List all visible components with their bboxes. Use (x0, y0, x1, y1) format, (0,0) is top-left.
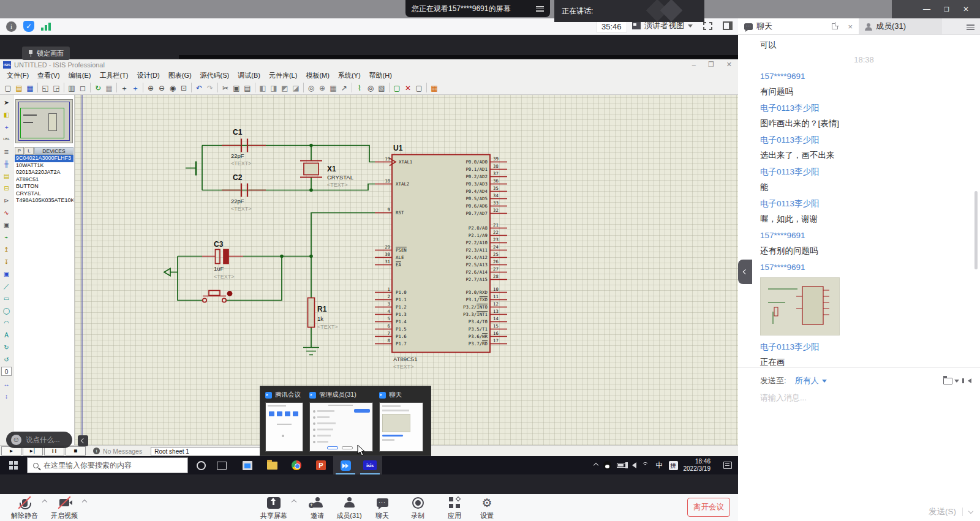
preview-thumbnail[interactable] (265, 402, 303, 452)
toolbar-pick-device-icon[interactable]: ◎ (306, 83, 317, 93)
taskbar-app-meeting[interactable] (333, 456, 358, 474)
isis-minimize-icon[interactable]: – (692, 61, 696, 69)
toolbar-new-file-icon[interactable]: ▢ (2, 83, 13, 93)
sound-icon[interactable] (968, 378, 971, 383)
footer-record-button[interactable]: 录制 (398, 495, 437, 520)
device-item[interactable]: AT89C51 (15, 176, 74, 184)
toolbar-packaging-icon[interactable]: ▦ (328, 83, 339, 93)
isis-close-icon[interactable]: ✕ (726, 61, 732, 69)
footer-cam-button[interactable]: 开启视频 (45, 495, 84, 520)
mode-device-pin-icon[interactable]: ⊳ (1, 195, 12, 204)
mode-text-script-icon[interactable]: ≣ (1, 146, 12, 156)
footer-chat-button[interactable]: ···聊天 (363, 495, 402, 520)
tab-members[interactable]: 成员(31) (859, 18, 942, 34)
mode-rotate-angle-icon[interactable]: 0 (1, 367, 12, 376)
toolbar-undo-icon[interactable]: ↶ (194, 83, 205, 93)
toolbar-block-rotate-icon[interactable]: ◩ (279, 83, 290, 93)
tab-chat[interactable]: ··· 聊天 × (738, 18, 859, 34)
mode-2d-circle-icon[interactable]: ◯ (1, 305, 12, 315)
toolbar-zoom-area-icon[interactable]: ⊡ (178, 83, 189, 93)
toolbar-property-tool-icon[interactable]: ▧ (376, 83, 387, 93)
toolbar-refresh-icon[interactable]: ↻ (92, 83, 104, 93)
toolbar-cursor-icon[interactable]: ＋ (130, 83, 141, 93)
toolbar-block-delete-icon[interactable]: ◪ (290, 83, 301, 93)
library-button[interactable]: L (24, 147, 34, 155)
mode-instrument-icon[interactable]: ▣ (1, 269, 12, 278)
taskbar-app-powerpoint[interactable]: P (309, 456, 333, 474)
toolbar-open-icon[interactable]: ▤ (13, 83, 24, 93)
menu-3[interactable]: 工具栏(T) (95, 71, 132, 80)
task-view-icon[interactable] (217, 462, 227, 470)
toolbar-import-icon[interactable]: ◱ (40, 83, 51, 93)
send-button[interactable]: 发送(S) (929, 506, 956, 517)
overview-minimap[interactable] (15, 99, 73, 143)
toolbar-netlist-ares-icon[interactable]: ▦ (429, 83, 440, 93)
qq-icon[interactable] (603, 461, 611, 470)
mode-rotate-ccw-icon[interactable]: ↺ (1, 354, 12, 364)
device-item[interactable]: 02013A220JAT2A (15, 169, 74, 176)
footer-share-button[interactable]: 共享屏幕 (254, 495, 293, 520)
chat-message-list[interactable]: 可以18:38157****9691有问题吗电子0113李少阳图咋画出来的？[表… (738, 35, 980, 367)
toolbar-zoom-in-icon[interactable]: ⊕ (145, 83, 156, 93)
menu-11[interactable]: 帮助(H) (365, 71, 396, 80)
device-item[interactable]: 10WATT1K (15, 162, 74, 170)
preview-window[interactable]: 管理成员(31) (309, 390, 373, 452)
mode-junction-icon[interactable]: ＋ (1, 122, 12, 131)
toolbar-goto-sheet-icon[interactable]: ▢ (413, 83, 424, 93)
mode-mirror-y-icon[interactable]: ↕ (1, 391, 12, 400)
menu-10[interactable]: 系统(Y) (334, 71, 365, 80)
menu-4[interactable]: 设计(D) (132, 71, 164, 80)
quick-chat-collapse[interactable] (78, 435, 88, 446)
mode-2d-box-icon[interactable]: ▭ (1, 293, 12, 302)
toolbar-remove-sheet-icon[interactable]: ✕ (402, 83, 413, 93)
toolbar-make-device-icon[interactable]: ⊕ (317, 83, 328, 93)
minimize-icon[interactable]: — (923, 5, 930, 13)
info-icon[interactable]: i (6, 21, 17, 32)
device-item[interactable]: BUTTON (15, 183, 74, 190)
sim-stop-button[interactable]: ■ (66, 446, 86, 455)
mode-2d-line-icon[interactable]: ／ (1, 281, 12, 290)
close-icon[interactable]: ✕ (963, 5, 969, 13)
taskbar-app-chrome[interactable] (284, 456, 309, 474)
fullscreen-icon[interactable] (703, 22, 712, 30)
mode-mirror-x-icon[interactable]: ↔ (1, 379, 12, 388)
panel-collapse-handle[interactable] (738, 260, 752, 284)
mode-2d-arc-icon[interactable]: ◠ (1, 318, 12, 327)
cortana-icon[interactable] (197, 461, 206, 470)
tray-expand-icon[interactable] (593, 463, 598, 468)
action-center-icon[interactable] (723, 462, 732, 469)
leave-meeting-button[interactable]: 离开会议 (687, 498, 730, 517)
menu-9[interactable]: 模板(M) (301, 71, 334, 80)
shield-icon[interactable]: ✓ (23, 21, 34, 32)
mode-voltage-probe-icon[interactable]: ↥ (1, 244, 12, 253)
toolbar-export-icon[interactable]: ◲ (51, 83, 62, 93)
quick-chat-bubble[interactable]: ☺ 说点什么... (6, 432, 72, 448)
toolbar-paste-icon[interactable]: ▤ (242, 83, 253, 93)
menu-5[interactable]: 图表(G) (164, 71, 196, 80)
toolbar-origin-icon[interactable]: ＋ (119, 83, 130, 93)
toolbar-decompose-icon[interactable]: ↗ (339, 83, 350, 93)
volume-icon[interactable] (632, 462, 636, 468)
start-button[interactable] (0, 456, 27, 474)
menu-2[interactable]: 编辑(E) (64, 71, 96, 80)
close-icon[interactable]: × (848, 22, 853, 31)
toolbar-print-icon[interactable]: ▥ (66, 83, 77, 93)
ime-language[interactable]: 中 (656, 460, 663, 471)
send-options-icon[interactable] (968, 508, 973, 513)
toolbar-new-sheet-icon[interactable]: ▢ (391, 83, 402, 93)
send-to-dropdown[interactable]: 所有人 (795, 375, 827, 386)
message-image[interactable] (760, 277, 840, 335)
mode-component-icon[interactable]: ◧ (1, 110, 12, 119)
mode-subcircuit-icon[interactable]: ▤ (1, 171, 12, 180)
device-item[interactable]: CRYSTAL (15, 190, 74, 198)
taskbar-search[interactable]: 在这里输入你要搜索的内容 (27, 457, 188, 473)
mode-wire-label-icon[interactable]: LBL (1, 134, 12, 143)
popout-icon[interactable] (832, 23, 838, 29)
preview-window[interactable]: 腾讯会议 (265, 390, 303, 452)
mode-2d-text-icon[interactable]: A (1, 330, 12, 339)
taskbar-app-explorer[interactable] (260, 456, 284, 474)
message-input[interactable]: 请输入消息... (760, 392, 807, 403)
device-item[interactable]: 9C04021A3000FLHF3 (15, 155, 74, 162)
toolbar-block-move-icon[interactable]: ◨ (268, 83, 279, 93)
toolbar-zoom-all-icon[interactable]: ◉ (167, 83, 178, 93)
